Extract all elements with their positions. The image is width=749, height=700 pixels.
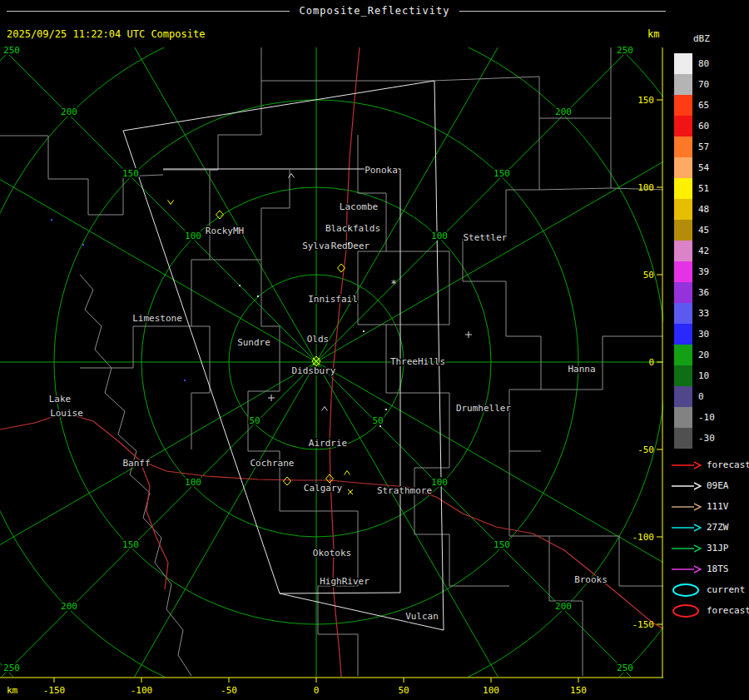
colorbar-value-label: -10 bbox=[698, 412, 715, 423]
city-label: Innisfail bbox=[308, 294, 358, 305]
city-labels-group: PonokaLacombeBlackfaldsSylvanRedDeerRock… bbox=[49, 165, 608, 622]
bottom-axis-tick-label: -100 bbox=[131, 685, 153, 696]
county-boundary bbox=[541, 336, 666, 390]
city-label: Cochrane bbox=[250, 458, 295, 469]
legend-track-label: 111V bbox=[707, 501, 729, 512]
coverage-outline bbox=[123, 81, 444, 630]
colorbar-swatch bbox=[674, 345, 692, 365]
highway-line bbox=[330, 480, 666, 630]
colorbar-entry: 10 bbox=[674, 365, 715, 386]
ring-distance-label: 150 bbox=[494, 168, 510, 179]
colorbar-swatch bbox=[674, 241, 692, 261]
obs-marker bbox=[322, 407, 328, 411]
obs-marker bbox=[184, 380, 186, 381]
colorbar-value-label: 20 bbox=[698, 350, 709, 360]
county-boundary bbox=[549, 536, 666, 586]
bottom-axis-tick-label: 100 bbox=[483, 685, 499, 696]
obs-marker bbox=[257, 295, 259, 297]
colorbar-swatch bbox=[674, 324, 692, 345]
ring-distance-label: 200 bbox=[61, 107, 77, 117]
track-legend: forecast09EA111V27ZW31JP18TScurrentforec… bbox=[671, 454, 749, 621]
colorbar-swatch bbox=[674, 220, 692, 241]
legend-ellipse-current: current bbox=[671, 579, 749, 600]
legend-track-18TS: 18TS bbox=[671, 559, 749, 579]
track-arrow-icon bbox=[671, 544, 702, 554]
azimuth-line bbox=[316, 362, 666, 595]
ring-distance-label: 150 bbox=[122, 168, 139, 179]
colorbar-entry: 20 bbox=[674, 345, 715, 365]
ellipse-icon bbox=[671, 582, 702, 598]
station-marker bbox=[326, 474, 334, 483]
county-boundary bbox=[80, 275, 191, 676]
city-label: Ponoka bbox=[365, 165, 398, 176]
ring-distance-label: 250 bbox=[617, 663, 633, 673]
city-label: RedDeer bbox=[331, 241, 370, 251]
legend-track-label: 09EA bbox=[707, 480, 729, 491]
colorbar-swatch bbox=[674, 365, 692, 386]
colorbar-entry: -10 bbox=[674, 407, 715, 428]
ring-distance-label: 100 bbox=[185, 477, 201, 488]
colorbar-value-label: 42 bbox=[698, 246, 709, 256]
county-boundary bbox=[433, 47, 611, 118]
svg-text:*: * bbox=[390, 278, 396, 290]
city-label: Okotoks bbox=[313, 548, 351, 559]
ring-distance-label: 50 bbox=[372, 415, 383, 426]
station-marker bbox=[284, 477, 291, 485]
county-boundary bbox=[386, 251, 449, 393]
colorbar-value-label: 39 bbox=[698, 266, 709, 277]
bottom-axis-tick-label: 50 bbox=[398, 685, 409, 696]
county-boundary bbox=[191, 170, 218, 449]
colorbar-title: dBZ bbox=[693, 33, 710, 44]
radar-app-window: Composite_Reflectivity 2025/09/25 11:22:… bbox=[0, 0, 749, 700]
bottom-axis-tick-label: -150 bbox=[43, 685, 66, 696]
obs-marker bbox=[82, 244, 84, 246]
colorbar-swatch bbox=[674, 137, 692, 157]
city-label: Calgary bbox=[304, 483, 343, 494]
track-arrow-icon bbox=[671, 523, 702, 533]
city-label: Drumheller bbox=[456, 403, 512, 414]
track-arrow-icon bbox=[671, 481, 702, 491]
colorbar-value-label: 45 bbox=[698, 225, 709, 236]
ring-distance-label: 150 bbox=[494, 539, 510, 550]
colorbar-value-label: 65 bbox=[698, 100, 709, 111]
track-arrow-icon bbox=[671, 502, 702, 512]
colorbar-entry: 30 bbox=[674, 324, 715, 345]
right-axis-tick-label: -50 bbox=[637, 444, 654, 455]
azimuth-line bbox=[316, 0, 549, 362]
radar-map-canvas[interactable]: 5050100100100100150150150150200200200200… bbox=[0, 0, 666, 700]
ring-distance-label: 200 bbox=[555, 601, 572, 612]
range-rings-group bbox=[0, 0, 666, 700]
obs-marker bbox=[51, 219, 52, 221]
colorbar-entry: 0 bbox=[674, 386, 715, 407]
colorbar-swatch bbox=[674, 428, 692, 449]
legend-ellipse-label: forecast bbox=[707, 605, 749, 616]
city-label: Lacombe bbox=[340, 201, 378, 212]
reflectivity-colorbar: 807065605754514845423936333020100-10-30 bbox=[674, 53, 715, 449]
highway-line bbox=[0, 413, 330, 480]
colorbar-entry: 70 bbox=[674, 74, 715, 95]
colorbar-entry: 54 bbox=[674, 157, 715, 178]
bottom-axis-tick-label: -50 bbox=[221, 685, 237, 696]
colorbar-entry: 60 bbox=[674, 116, 715, 137]
colorbar-value-label: 36 bbox=[698, 287, 709, 298]
azimuth-line bbox=[0, 129, 316, 362]
ring-distance-label: 250 bbox=[3, 45, 20, 56]
colorbar-value-label: 80 bbox=[698, 58, 709, 69]
station-marker bbox=[345, 471, 350, 475]
city-label: Vulcan bbox=[405, 611, 439, 622]
colorbar-entry: 80 bbox=[674, 53, 715, 74]
colorbar-value-label: 51 bbox=[698, 183, 709, 194]
station-marker bbox=[348, 489, 353, 494]
colorbar-entry: 33 bbox=[674, 303, 715, 324]
colorbar-swatch bbox=[674, 407, 692, 428]
colorbar-swatch bbox=[674, 303, 692, 324]
ellipse-icon bbox=[671, 603, 702, 619]
sidebar: dBZ 807065605754514845423936333020100-10… bbox=[666, 0, 749, 700]
obs-marker: * bbox=[390, 278, 396, 290]
ring-distance-label: 100 bbox=[431, 231, 448, 241]
city-label: Hanna bbox=[568, 364, 595, 375]
legend-track-09EA: 09EA bbox=[671, 475, 749, 496]
city-label: Blackfalds bbox=[325, 223, 380, 234]
county-boundary bbox=[539, 118, 611, 190]
city-label: Louise bbox=[50, 408, 83, 419]
